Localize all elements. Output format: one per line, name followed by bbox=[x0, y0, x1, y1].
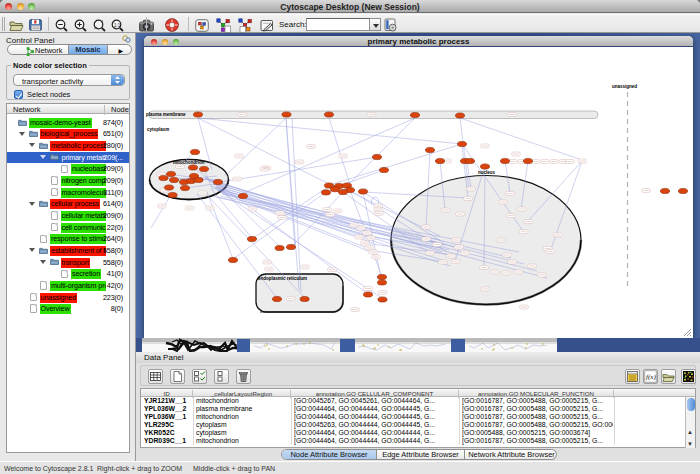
svg-text:mitochondrion: mitochondrion bbox=[173, 160, 205, 165]
svg-text:plasma membrane: plasma membrane bbox=[146, 112, 186, 117]
svg-text:cytoplasm: cytoplasm bbox=[147, 127, 169, 132]
svg-text:nucleus: nucleus bbox=[478, 170, 496, 175]
svg-text:endoplasmic reticulum: endoplasmic reticulum bbox=[258, 276, 307, 281]
svg-text:unassigned: unassigned bbox=[612, 84, 637, 89]
svg-text:1:1: 1:1 bbox=[114, 23, 121, 28]
svg-text:f(x): f(x) bbox=[646, 373, 656, 381]
